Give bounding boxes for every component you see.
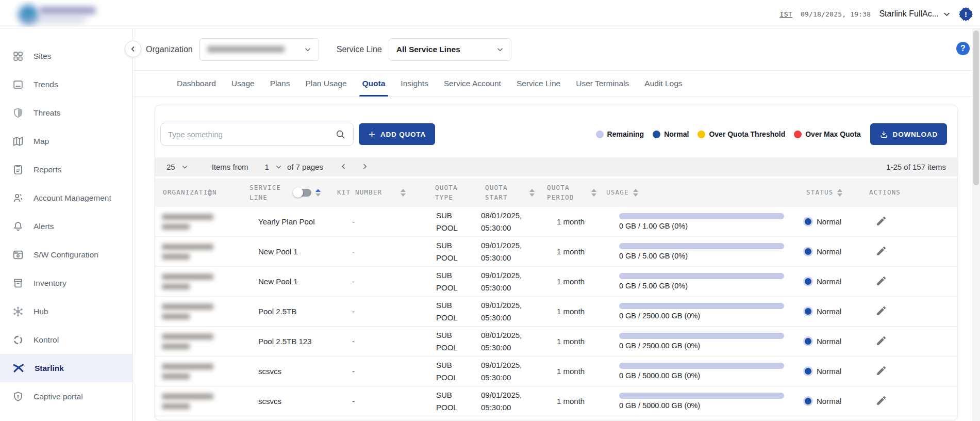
sidebar-collapse-button[interactable] (125, 41, 141, 57)
edit-quota-button[interactable] (873, 213, 889, 231)
download-button[interactable]: DOWNLOAD (870, 123, 947, 145)
sort-icon[interactable] (529, 189, 535, 197)
organization-select[interactable] (200, 38, 319, 61)
sidebar-item-reports[interactable]: Reports (0, 155, 132, 184)
tabs: Dashboard Usage Plans Plan Usage Quota I… (133, 71, 980, 97)
page-size-select[interactable]: 25 (167, 163, 188, 171)
sidebar-item-account-management[interactable]: Account Management (0, 184, 132, 212)
tab-quota[interactable]: Quota (362, 71, 386, 96)
notification-badge-icon[interactable]: ! (959, 7, 973, 21)
next-page-button[interactable] (361, 163, 369, 172)
add-quota-button[interactable]: ADD QUOTA (359, 123, 435, 145)
pencil-icon (875, 305, 887, 317)
account-management-icon (12, 192, 24, 204)
column-organization[interactable]: ORGANIZATION (155, 188, 230, 197)
sidebar-item-alerts[interactable]: Alerts (0, 212, 132, 240)
usage-bar (619, 303, 784, 309)
legend-over-max-quota-dot (794, 131, 802, 138)
pencil-icon (875, 395, 887, 407)
tab-audit-logs[interactable]: Audit Logs (644, 71, 682, 96)
tab-usage[interactable]: Usage (231, 71, 255, 96)
edit-quota-button[interactable] (873, 393, 889, 410)
service-line-cell: Pool 2.5TB 123 (230, 337, 336, 346)
organization-cell-redacted (155, 334, 230, 349)
sidebar-item-kontrol[interactable]: Kontrol (0, 326, 132, 354)
sidebar-item-map[interactable]: Map (0, 127, 132, 155)
sidebar-item-label: Captive portal (34, 392, 83, 401)
sort-icon[interactable] (633, 189, 638, 197)
sort-icon[interactable] (207, 189, 212, 197)
edit-quota-button[interactable] (873, 273, 889, 290)
sidebar-item-sw-configuration[interactable]: S/W Configuration (0, 240, 132, 269)
legend-remaining-dot (596, 131, 604, 138)
sidebar-item-label: Starlink (35, 364, 64, 373)
pencil-icon (875, 365, 887, 377)
organization-cell-redacted (155, 304, 230, 319)
tab-service-line[interactable]: Service Line (517, 71, 560, 96)
quota-type-cell: SUB POOL (434, 239, 470, 264)
logo-blur-subtext (24, 17, 86, 22)
tab-service-account[interactable]: Service Account (444, 71, 501, 96)
page-select[interactable]: 1 (265, 163, 282, 171)
sort-icon[interactable] (401, 189, 406, 197)
timezone-link[interactable]: IST (780, 10, 792, 18)
tab-user-terminals[interactable]: User Terminals (576, 71, 629, 96)
table-header: ORGANIZATION SERVICE LINE KIT NUMBER QUO… (155, 179, 957, 207)
vertical-scrollbar[interactable] (972, 28, 980, 421)
search-icon[interactable] (335, 129, 346, 140)
captive-portal-icon (12, 391, 24, 402)
previous-page-button[interactable] (340, 163, 347, 172)
main-content: Organization Service Line All Service Li… (133, 28, 980, 421)
column-actions: ACTIONS (864, 188, 957, 197)
scrollbar-thumb[interactable] (973, 30, 979, 185)
sidebar-item-starlink[interactable]: Starlink (0, 354, 132, 382)
column-status[interactable]: STATUS (797, 188, 864, 197)
search-box (160, 123, 354, 145)
edit-quota-button[interactable] (873, 363, 889, 380)
help-icon[interactable]: ? (956, 42, 970, 55)
sw-configuration-icon (12, 249, 24, 261)
edit-quota-button[interactable] (873, 243, 889, 261)
tab-insights[interactable]: Insights (401, 71, 428, 96)
edit-quota-button[interactable] (873, 333, 889, 350)
usage-text: 0 GB / 1.00 GB (0%) (619, 222, 797, 230)
column-service-line[interactable]: SERVICE LINE (230, 183, 336, 202)
quota-period-cell: 1 month (544, 247, 604, 256)
sort-icon[interactable] (591, 189, 596, 197)
sidebar-item-captive-portal[interactable]: Captive portal (0, 382, 132, 411)
tab-dashboard[interactable]: Dashboard (177, 71, 216, 96)
sidebar-item-trends[interactable]: Trends (0, 70, 132, 99)
account-menu[interactable]: Starlink FullAc... (879, 9, 951, 19)
column-quota-start[interactable]: QUOTA START (480, 183, 544, 202)
usage-cell: 0 GB / 5.00 GB (0%) (604, 273, 797, 290)
organization-cell-redacted (155, 244, 230, 260)
search-input[interactable] (168, 130, 330, 139)
usage-text: 0 GB / 5.00 GB (0%) (619, 252, 797, 260)
table-row: Yearly Plan Pool - SUB POOL 08/01/2025, … (155, 207, 957, 237)
tab-plan-usage[interactable]: Plan Usage (305, 71, 346, 96)
service-line-cell: Yearly Plan Pool (230, 217, 336, 226)
kit-number-cell: - (336, 247, 434, 256)
status-cell: Normal (797, 307, 864, 316)
sidebar-item-label: Trends (34, 80, 58, 89)
status-cell: Normal (797, 367, 864, 376)
service-line-toggle[interactable] (294, 189, 311, 197)
sort-icon[interactable] (837, 189, 842, 197)
tab-plans[interactable]: Plans (270, 71, 290, 96)
sidebar-item-threats[interactable]: Threats (0, 99, 132, 127)
usage-cell: 0 GB / 2500.00 GB (0%) (604, 333, 797, 350)
column-quota-period[interactable]: QUOTA PERIOD (544, 183, 604, 202)
sidebar-item-hub[interactable]: Hub (0, 297, 132, 326)
service-line-select[interactable]: All Service Lines (389, 38, 511, 61)
column-kit-number[interactable]: KIT NUMBER (336, 188, 434, 197)
chevron-right-icon (361, 163, 369, 170)
sidebar-item-inventory[interactable]: Inventory (0, 269, 132, 297)
sidebar-item-label: S/W Configuration (34, 250, 98, 260)
status-label: Normal (817, 397, 841, 406)
organization-cell-redacted (155, 364, 230, 379)
sidebar-item-sites[interactable]: Sites (0, 42, 132, 70)
column-usage[interactable]: USAGE (604, 188, 797, 197)
edit-quota-button[interactable] (873, 303, 889, 320)
service-line-cell: scsvcs (230, 367, 336, 376)
sort-icon[interactable] (315, 189, 321, 197)
